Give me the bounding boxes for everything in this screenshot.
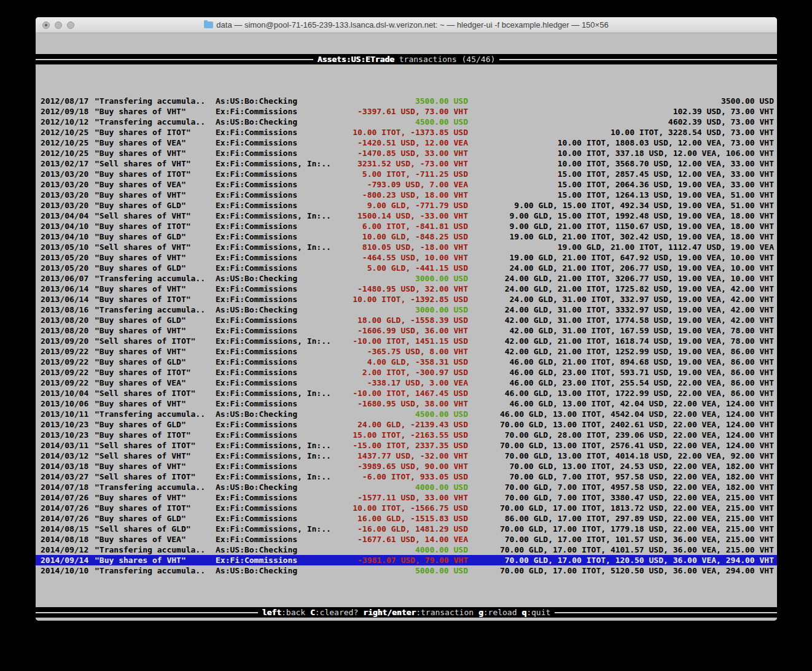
tx-description: "Sell shares of ITOT" [95, 440, 216, 451]
tx-description: "Transfering accumula.. [95, 482, 216, 492]
transaction-row[interactable]: 2013/05/20"Buy shares of GLD"Ex:Fi:Commi… [36, 263, 777, 273]
transaction-row[interactable]: 2013/08/20"Buy shares of VHT"Ex:Fi:Commi… [36, 325, 777, 336]
tx-date: 2012/08/17 [36, 96, 95, 106]
tx-change-amount: -1420.51 USD, 12.00 VEA [342, 138, 468, 148]
transaction-row[interactable]: 2013/09/22"Buy shares of ITOT"Ex:Fi:Comm… [36, 367, 777, 378]
tx-date: 2013/02/17 [36, 158, 95, 169]
transaction-row[interactable]: 2014/07/18"Transfering accumula..As:US:B… [36, 482, 777, 492]
tx-accounts: Ex:Fi:Commissions [216, 378, 342, 388]
transaction-row[interactable]: 2013/04/04"Sell shares of VHT"Ex:Fi:Comm… [36, 211, 777, 221]
tx-date: 2014/07/26 [36, 513, 95, 524]
transaction-row[interactable]: 2013/10/23"Buy shares of GLD"Ex:Fi:Commi… [36, 419, 777, 430]
transaction-row[interactable]: 2013/08/16"Transfering accumula..As:US:B… [36, 304, 777, 315]
transaction-row[interactable]: 2013/03/20"Buy shares of VHT"Ex:Fi:Commi… [36, 190, 777, 200]
tx-running-balance: 19.00 GLD, 21.00 ITOT, 647.92 USD, 19.00… [468, 252, 777, 263]
tx-date: 2013/06/14 [36, 294, 95, 304]
tx-description: "Buy shares of ITOT" [95, 221, 216, 231]
titlebar[interactable]: data — simon@pool-71-165-239-133.lsanca.… [36, 17, 777, 33]
transaction-row[interactable]: 2014/03/11"Sell shares of ITOT"Ex:Fi:Com… [36, 440, 777, 451]
tx-running-balance: 15.00 ITOT, 2064.36 USD, 19.00 VEA, 33.0… [468, 179, 777, 190]
tx-date: 2013/04/04 [36, 211, 95, 221]
tx-running-balance: 42.00 GLD, 31.00 ITOT, 1774.58 USD, 19.0… [468, 315, 777, 325]
transaction-row[interactable]: 2013/06/14"Buy shares of ITOT"Ex:Fi:Comm… [36, 294, 777, 304]
tx-running-balance: 24.00 GLD, 21.00 ITOT, 206.77 USD, 19.00… [468, 263, 777, 273]
tx-accounts: As:US:Bo:Checking [216, 96, 342, 106]
transaction-row[interactable]: 2013/05/10"Sell shares of VHT"Ex:Fi:Comm… [36, 242, 777, 252]
transaction-row[interactable]: 2013/10/04"Sell shares of ITOT"Ex:Fi:Com… [36, 388, 777, 398]
transaction-row[interactable]: 2014/08/18"Buy shares of VEA"Ex:Fi:Commi… [36, 534, 777, 545]
transaction-row[interactable]: 2012/10/25"Buy shares of ITOT"Ex:Fi:Comm… [36, 127, 777, 138]
transaction-row[interactable]: 2014/03/18"Buy shares of VHT"Ex:Fi:Commi… [36, 461, 777, 471]
tx-running-balance: 15.00 ITOT, 2857.45 USD, 12.00 VEA, 33.0… [468, 169, 777, 179]
transaction-row[interactable]: 2013/10/11"Transfering accumula..As:US:B… [36, 409, 777, 419]
transaction-row[interactable]: 2013/04/10"Buy shares of ITOT"Ex:Fi:Comm… [36, 221, 777, 231]
tx-description: "Buy shares of GLD" [95, 315, 216, 325]
tx-accounts: Ex:Fi:Commissions [216, 534, 342, 545]
folder-icon [204, 21, 213, 28]
tx-date: 2013/05/20 [36, 252, 95, 263]
tx-running-balance: 46.00 GLD, 13.00 ITOT, 4542.04 USD, 22.0… [468, 409, 777, 419]
transaction-row[interactable]: 2014/03/27"Sell shares of ITOT"Ex:Fi:Com… [36, 471, 777, 482]
transaction-row[interactable]: 2013/06/07"Transfering accumula..As:US:B… [36, 273, 777, 284]
transaction-row[interactable]: 2013/03/20"Buy shares of ITOT"Ex:Fi:Comm… [36, 169, 777, 179]
transaction-row[interactable]: 2013/09/20"Sell shares of ITOT"Ex:Fi:Com… [36, 336, 777, 346]
key-help-text: left:back C:cleared? right/enter:transac… [258, 607, 555, 618]
transaction-row[interactable]: 2013/10/06"Buy shares of VHT"Ex:Fi:Commi… [36, 398, 777, 409]
tx-running-balance: 42.00 GLD, 31.00 ITOT, 167.59 USD, 19.00… [468, 325, 777, 336]
tx-description: "Sell shares of ITOT" [95, 336, 216, 346]
tx-description: "Transfering accumula.. [95, 565, 216, 576]
tx-change-amount: 3000.00 USD [342, 304, 468, 315]
transaction-row[interactable]: 2013/02/17"Sell shares of VHT"Ex:Fi:Comm… [36, 158, 777, 169]
tx-description: "Sell shares of VHT" [95, 242, 216, 252]
tx-date: 2013/06/07 [36, 273, 95, 284]
tx-running-balance: 24.00 GLD, 21.00 ITOT, 3206.77 USD, 19.0… [468, 273, 777, 284]
transaction-row[interactable]: 2014/07/26"Buy shares of VHT"Ex:Fi:Commi… [36, 492, 777, 503]
tx-description: "Buy shares of ITOT" [95, 430, 216, 440]
tx-description: "Sell shares of VHT" [95, 211, 216, 221]
tx-accounts: Ex:Fi:Commissions, In:.. [216, 336, 342, 346]
key-name: g [478, 608, 483, 617]
tx-date: 2014/03/27 [36, 471, 95, 482]
transaction-row[interactable]: 2012/10/25"Buy shares of VHT"Ex:Fi:Commi… [36, 148, 777, 158]
transaction-row[interactable]: 2013/03/20"Buy shares of GLD"Ex:Fi:Commi… [36, 200, 777, 211]
transaction-row[interactable]: 2012/10/25"Buy shares of VEA"Ex:Fi:Commi… [36, 138, 777, 148]
transaction-row[interactable]: 2014/07/26"Buy shares of ITOT"Ex:Fi:Comm… [36, 503, 777, 513]
transaction-row[interactable]: 2013/04/10"Buy shares of GLD"Ex:Fi:Commi… [36, 231, 777, 242]
transaction-row[interactable]: 2013/03/20"Buy shares of VEA"Ex:Fi:Commi… [36, 179, 777, 190]
tx-accounts: Ex:Fi:Commissions [216, 221, 342, 231]
transaction-row[interactable]: 2014/09/12"Transfering accumula..As:US:B… [36, 545, 777, 555]
transaction-row[interactable]: 2012/08/17"Transfering accumula..As:US:B… [36, 96, 777, 106]
transaction-row[interactable]: 2013/05/20"Buy shares of VHT"Ex:Fi:Commi… [36, 252, 777, 263]
tx-change-amount: 4000.00 USD [342, 545, 468, 555]
transaction-row[interactable]: 2014/03/12"Sell shares of VHT"Ex:Fi:Comm… [36, 451, 777, 461]
tx-date: 2013/03/20 [36, 190, 95, 200]
minimize-button[interactable] [55, 21, 62, 29]
zoom-button[interactable] [67, 21, 74, 29]
transaction-row[interactable]: 2013/08/20"Buy shares of GLD"Ex:Fi:Commi… [36, 315, 777, 325]
tx-description: "Buy shares of VEA" [95, 138, 216, 148]
tx-change-amount: -1577.11 USD, 33.00 VHT [342, 492, 468, 503]
transaction-row[interactable]: 2013/09/22"Buy shares of VHT"Ex:Fi:Commi… [36, 346, 777, 357]
transaction-row[interactable]: 2013/09/22"Buy shares of VEA"Ex:Fi:Commi… [36, 378, 777, 388]
tx-running-balance: 70.00 GLD, 7.00 ITOT, 4957.58 USD, 22.00… [468, 482, 777, 492]
transaction-row[interactable]: 2013/10/23"Buy shares of ITOT"Ex:Fi:Comm… [36, 430, 777, 440]
tx-date: 2013/10/04 [36, 388, 95, 398]
close-button[interactable] [42, 21, 50, 29]
tx-accounts: Ex:Fi:Commissions [216, 398, 342, 409]
transactions-table: 2012/08/17"Transfering accumula..As:US:B… [36, 96, 777, 576]
transaction-row[interactable]: 2014/09/14"Buy shares of VHT"Ex:Fi:Commi… [36, 555, 777, 565]
tx-description: "Buy shares of ITOT" [95, 294, 216, 304]
transaction-row[interactable]: 2014/10/10"Transfering accumula..As:US:B… [36, 565, 777, 576]
transaction-row[interactable]: 2012/10/12"Transfering accumula..As:US:B… [36, 117, 777, 127]
tx-description: "Transfering accumula.. [95, 273, 216, 284]
screen-mode: transactions (45/46) [399, 55, 496, 64]
terminal-content[interactable]: Assets:US:ETrade transactions (45/46) 20… [36, 33, 777, 621]
transaction-row[interactable]: 2012/09/18"Buy shares of VHT"Ex:Fi:Commi… [36, 106, 777, 117]
transaction-row[interactable]: 2014/08/15"Sell shares of GLD"Ex:Fi:Comm… [36, 524, 777, 534]
tx-description: "Transfering accumula.. [95, 409, 216, 419]
transaction-row[interactable]: 2014/07/26"Buy shares of GLD"Ex:Fi:Commi… [36, 513, 777, 524]
tx-description: "Sell shares of GLD" [95, 524, 216, 534]
tx-date: 2013/04/10 [36, 221, 95, 231]
transaction-row[interactable]: 2013/09/22"Buy shares of GLD"Ex:Fi:Commi… [36, 357, 777, 367]
transaction-row[interactable]: 2013/06/14"Buy shares of VHT"Ex:Fi:Commi… [36, 284, 777, 294]
